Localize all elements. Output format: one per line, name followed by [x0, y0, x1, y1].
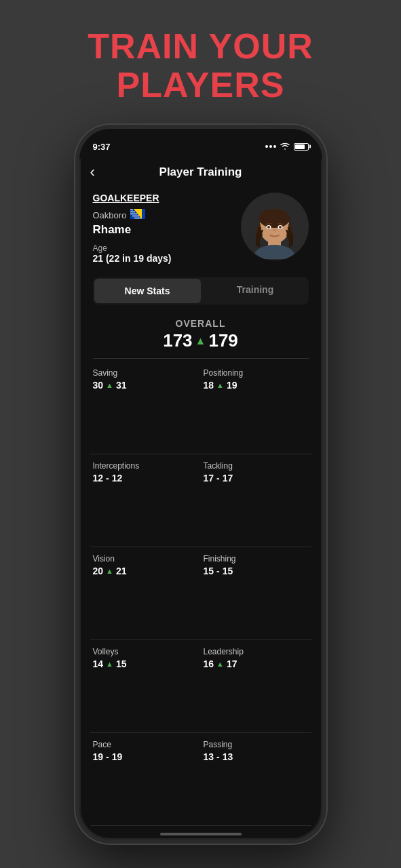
nav-header: ‹ Player Training — [79, 159, 322, 186]
player-club: Oakboro — [93, 210, 127, 220]
svg-point-13 — [267, 226, 270, 229]
overall-section: OVERALL 173 ▲ 179 — [79, 313, 322, 358]
stat-old-value: 18 — [204, 380, 214, 391]
overall-values: 173 ▲ 179 — [79, 330, 322, 351]
player-details: GOALKEEPER Oakboro — [93, 193, 234, 264]
player-age-value: 21 (22 in 19 days) — [93, 253, 234, 264]
stat-name: Passing — [204, 740, 309, 749]
stat-cell-positioning: Positioning18▲19 — [201, 361, 311, 454]
player-avatar — [241, 193, 309, 260]
stat-name: Leadership — [204, 647, 309, 656]
stat-new-value: 19 — [112, 751, 123, 762]
stat-values: 30▲31 — [93, 380, 198, 391]
stat-new-value: 15 — [223, 566, 233, 576]
tab-new-stats[interactable]: New Stats — [94, 279, 201, 303]
player-info-section: GOALKEEPER Oakboro — [79, 186, 322, 272]
home-indicator — [79, 826, 322, 840]
stat-name: Saving — [93, 368, 198, 378]
overall-divider — [93, 358, 309, 359]
status-time: 9:37 — [93, 142, 111, 152]
battery-icon — [294, 143, 309, 151]
wifi-icon — [280, 142, 290, 152]
overall-label: OVERALL — [79, 318, 322, 329]
stat-new-value: 13 — [223, 751, 233, 762]
stat-dash-icon: - — [106, 473, 109, 484]
overall-old-value: 173 — [163, 330, 192, 351]
stat-dash-icon: - — [216, 473, 220, 484]
stat-values: 15-15 — [204, 566, 309, 576]
stat-up-arrow-icon: ▲ — [106, 567, 113, 575]
stat-dash-icon: - — [216, 751, 220, 762]
stat-cell-finishing: Finishing15-15 — [201, 547, 311, 640]
stat-name: Interceptions — [93, 461, 198, 471]
stat-up-arrow-icon: ▲ — [216, 381, 224, 389]
status-bar: 9:37 — [79, 129, 322, 159]
stat-up-arrow-icon: ▲ — [216, 660, 224, 668]
stat-values: 19-19 — [93, 751, 198, 762]
stat-old-value: 13 — [204, 751, 214, 762]
page-title: Player Training — [159, 165, 242, 179]
stat-cell-interceptions: Interceptions12-12 — [90, 454, 201, 547]
stat-cell-passing: Passing13-13 — [201, 733, 311, 826]
stat-name: Vision — [93, 554, 198, 564]
status-icons — [265, 142, 309, 152]
stat-values: 12-12 — [93, 473, 198, 484]
stat-values: 20▲21 — [93, 566, 198, 576]
stat-up-arrow-icon: ▲ — [106, 660, 113, 668]
svg-point-11 — [259, 209, 290, 228]
headline-line2: PLAYERS — [88, 66, 313, 104]
stat-values: 18▲19 — [204, 380, 309, 391]
player-club-row: Oakboro — [93, 209, 234, 222]
overall-up-arrow-icon: ▲ — [195, 335, 206, 347]
stat-cell-vision: Vision20▲21 — [90, 547, 201, 640]
headline-line1: TRAIN YOUR — [88, 27, 313, 66]
stat-cell-pace: Pace19-19 — [90, 733, 201, 826]
stat-name: Volleys — [93, 647, 198, 656]
stat-old-value: 12 — [93, 473, 104, 484]
headline: TRAIN YOUR PLAYERS — [88, 27, 313, 104]
stat-dash-icon: - — [106, 751, 109, 762]
stat-cell-volleys: Volleys14▲15 — [90, 640, 201, 733]
stat-new-value: 17 — [227, 658, 237, 669]
overall-new-value: 179 — [208, 330, 237, 351]
player-position: GOALKEEPER — [93, 193, 234, 203]
stats-grid: Saving30▲31Positioning18▲19Interceptions… — [79, 361, 322, 826]
stat-name: Tackling — [204, 461, 309, 471]
signal-dots-icon — [265, 145, 276, 148]
stat-new-value: 31 — [116, 380, 127, 391]
stat-new-value: 19 — [227, 380, 237, 391]
back-button[interactable]: ‹ — [90, 163, 95, 181]
home-bar — [160, 833, 242, 835]
svg-point-15 — [279, 226, 282, 229]
player-age-label: Age — [93, 243, 234, 253]
tab-training[interactable]: Training — [202, 277, 309, 304]
tab-bar: New Stats Training — [93, 277, 309, 304]
player-name: Rhame — [93, 223, 234, 237]
stat-values: 13-13 — [204, 751, 309, 762]
stat-cell-leadership: Leadership16▲17 — [201, 640, 311, 733]
stat-old-value: 17 — [204, 473, 214, 484]
phone-shell: 9:37 ‹ Player Training — [75, 125, 326, 844]
stat-old-value: 30 — [93, 380, 104, 391]
stat-name: Positioning — [204, 368, 309, 378]
stat-name: Pace — [93, 740, 198, 749]
stat-values: 16▲17 — [204, 658, 309, 669]
stat-values: 14▲15 — [93, 658, 198, 669]
stat-old-value: 19 — [93, 751, 104, 762]
stat-old-value: 20 — [93, 566, 104, 576]
stat-name: Finishing — [204, 554, 309, 564]
flag-icon — [130, 209, 145, 222]
phone-content: ‹ Player Training GOALKEEPER Oakboro — [79, 159, 322, 840]
stat-new-value: 21 — [116, 566, 127, 576]
stat-old-value: 16 — [204, 658, 214, 669]
stat-old-value: 15 — [204, 566, 214, 576]
stat-up-arrow-icon: ▲ — [106, 381, 113, 389]
stat-new-value: 15 — [116, 658, 127, 669]
stat-new-value: 12 — [112, 473, 123, 484]
stat-cell-saving: Saving30▲31 — [90, 361, 201, 454]
stat-old-value: 14 — [93, 658, 104, 669]
stat-dash-icon: - — [216, 566, 220, 576]
stat-values: 17-17 — [204, 473, 309, 484]
stat-new-value: 17 — [223, 473, 233, 484]
stat-cell-tackling: Tackling17-17 — [201, 454, 311, 547]
